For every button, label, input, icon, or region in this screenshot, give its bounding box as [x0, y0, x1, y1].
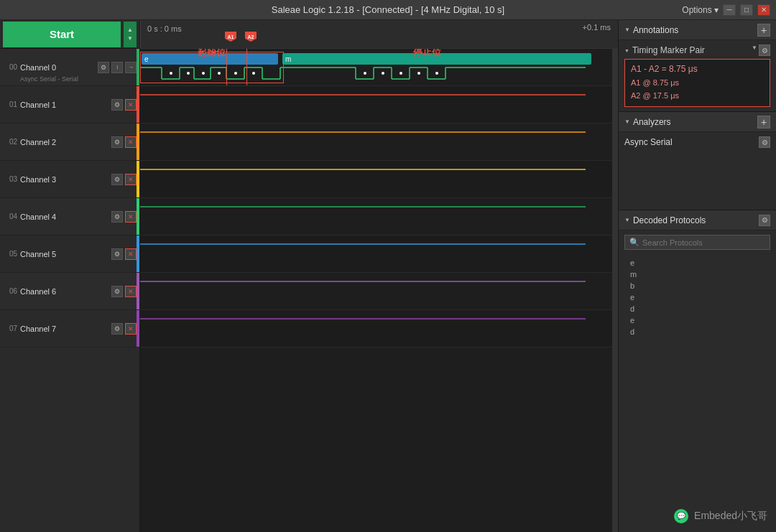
waveform-scrollbar[interactable] — [612, 49, 618, 532]
channel-close-7[interactable]: ✕ — [125, 323, 137, 335]
channel-close-3[interactable]: ✕ — [125, 174, 137, 185]
label-stop: 停止位 — [413, 49, 441, 59]
channel-color-7 — [137, 310, 139, 347]
svg-point-39 — [417, 72, 420, 75]
timing-measurement: A1 - A2 = 8.75 μs — [631, 64, 764, 74]
analyzers-panel: ▼ Analyzers + Async Serial ⚙ — [619, 112, 776, 210]
maximize-button[interactable]: □ — [740, 4, 753, 16]
main-layout: Start ▲ ▼ 00 Channel 0 ⚙ ↕ → Async Seria… — [0, 20, 776, 532]
channel-close-1[interactable]: ✕ — [125, 99, 137, 111]
channel-gear-4[interactable]: ⚙ — [111, 211, 123, 223]
channel-name-5: Channel 5 — [20, 250, 111, 258]
channel-color-1 — [137, 86, 139, 123]
protocol-list: embeded — [619, 254, 776, 532]
timing-a1: A1 @ 8.75 μs — [631, 77, 764, 90]
start-arrows[interactable]: ▲ ▼ — [124, 22, 137, 47]
time-ruler: 0 s : 0 ms +0.1 ms A1 A2 — [140, 20, 618, 49]
search-box[interactable]: 🔍 — [624, 235, 770, 250]
analyzer-gear-0[interactable]: ⚙ — [759, 136, 770, 148]
timing-gear-icon[interactable]: ⚙ — [759, 45, 770, 56]
channel-num-4: 04 — [3, 213, 17, 220]
decoded-title: Decoded Protocols — [633, 215, 706, 225]
channel-icons-6: ⚙ ✕ — [111, 286, 137, 297]
wf-row-0: e m — [140, 49, 612, 86]
protocol-item-6[interactable]: d — [619, 326, 776, 337]
channel-close-6[interactable]: ✕ — [125, 286, 137, 297]
channel-gear-3[interactable]: ⚙ — [111, 174, 123, 185]
annotations-title: Annotations — [633, 25, 678, 35]
channel-close-2[interactable]: ✕ — [125, 136, 137, 148]
timing-marker-box: A1 - A2 = 8.75 μs A1 @ 8.75 μs A2 @ 17.5… — [624, 59, 770, 107]
waveform-channels[interactable]: e m — [140, 49, 612, 532]
channel-name-0: Channel 0 — [20, 63, 98, 72]
svg-point-18 — [187, 72, 190, 75]
svg-point-21 — [234, 72, 237, 75]
arrow-up[interactable]: ▲ — [126, 27, 134, 34]
channel-icons-2: ⚙ ✕ — [111, 136, 137, 148]
channel-row-7: 07 Channel 7 ⚙ ✕ — [0, 310, 139, 347]
waveform-svg-0 — [140, 65, 612, 82]
channel-num-0: 00 — [3, 63, 17, 71]
time-offset: +0.1 ms — [583, 23, 611, 32]
svg-point-37 — [382, 72, 384, 75]
protocol-item-4[interactable]: d — [619, 303, 776, 314]
right-panel: ▼ Annotations + ▼ Timing Marker Pair ▼ ⚙ — [618, 20, 776, 532]
channel-name-2: Channel 2 — [20, 138, 111, 146]
channel-wave-0[interactable]: ↕ — [111, 62, 123, 73]
channel-color-0 — [137, 49, 139, 85]
channel-row-0: 00 Channel 0 ⚙ ↕ → Async Serial - Serial — [0, 49, 139, 86]
channel-num-7: 07 — [3, 325, 17, 332]
channel-close-5[interactable]: ✕ — [125, 248, 137, 260]
wf-row-3 — [140, 161, 612, 198]
decoded-header: ▼ Decoded Protocols ⚙ — [619, 210, 776, 230]
channel-arrow-0[interactable]: → — [125, 62, 137, 73]
channel-row-3: 03 Channel 3 ⚙ ✕ — [0, 161, 139, 198]
timing-a2: A2 @ 17.5 μs — [631, 90, 764, 103]
analyzers-add-button[interactable]: + — [757, 116, 770, 129]
channel-gear-2[interactable]: ⚙ — [111, 136, 123, 148]
channel-row-4: 04 Channel 4 ⚙ ✕ — [0, 198, 139, 235]
svg-point-19 — [202, 72, 205, 75]
channel-close-4[interactable]: ✕ — [125, 211, 137, 223]
channel-name-3: Channel 3 — [20, 175, 111, 184]
options-button[interactable]: Options ▾ — [682, 5, 719, 15]
minimize-button[interactable]: ─ — [723, 4, 736, 16]
annotations-panel: ▼ Annotations + ▼ Timing Marker Pair ▼ ⚙ — [619, 20, 776, 112]
channel-gear-7[interactable]: ⚙ — [111, 323, 123, 335]
marker-a2[interactable]: A2 — [245, 32, 257, 42]
window-title: Saleae Logic 1.2.18 - [Connected] - [4 M… — [272, 4, 504, 15]
channel-num-1: 01 — [3, 101, 17, 108]
start-button[interactable]: Start — [3, 22, 121, 47]
waveform-main: e m — [140, 49, 618, 532]
channel-gear-0[interactable]: ⚙ — [98, 62, 109, 73]
analyzer-item-0: Async Serial ⚙ — [619, 132, 776, 152]
channel-gear-1[interactable]: ⚙ — [111, 99, 123, 111]
timing-dropdown-icon[interactable]: ▼ — [752, 45, 757, 56]
svg-point-22 — [252, 72, 255, 75]
search-input[interactable] — [642, 238, 765, 247]
channel-icons-0: ⚙ ↕ → — [98, 62, 137, 73]
decoded-gear-icon[interactable]: ⚙ — [759, 215, 770, 226]
channel-gear-6[interactable]: ⚙ — [111, 286, 123, 297]
channel-gear-5[interactable]: ⚙ — [111, 248, 123, 260]
title-bar: Saleae Logic 1.2.18 - [Connected] - [4 M… — [0, 0, 776, 20]
svg-point-20 — [218, 72, 221, 75]
arrow-down[interactable]: ▼ — [126, 35, 134, 42]
close-button[interactable]: ✕ — [757, 4, 770, 16]
protocol-item-3[interactable]: e — [619, 291, 776, 303]
protocol-item-2[interactable]: b — [619, 280, 776, 291]
protocol-item-5[interactable]: e — [619, 314, 776, 326]
protocol-item-0[interactable]: e — [619, 257, 776, 269]
protocol-item-1[interactable]: m — [619, 269, 776, 280]
annotations-add-button[interactable]: + — [757, 24, 770, 37]
timing-marker-row: ▼ Timing Marker Pair ▼ ⚙ — [624, 45, 770, 56]
channel-num-2: 02 — [3, 138, 17, 146]
decoded-protocols-panel: ▼ Decoded Protocols ⚙ 🔍 embeded — [619, 210, 776, 532]
channel-color-4 — [137, 198, 139, 235]
marker-a1[interactable]: A1 — [225, 32, 236, 42]
analyzers-header: ▼ Analyzers + — [619, 112, 776, 132]
channel-color-3 — [137, 161, 139, 197]
svg-point-36 — [364, 72, 366, 75]
annotations-header: ▼ Annotations + — [619, 20, 776, 40]
timing-triangle: ▼ — [624, 48, 629, 53]
